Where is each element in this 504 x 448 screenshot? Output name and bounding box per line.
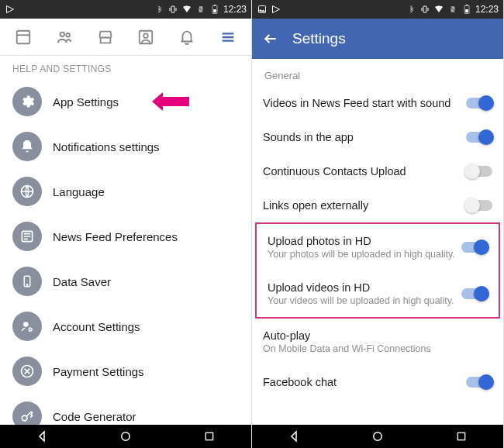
nav-recent-button[interactable]: [200, 427, 219, 446]
settings-header: Settings: [252, 19, 503, 59]
setting-title: Upload videos in HD: [268, 281, 455, 294]
setting-videos-sound[interactable]: Videos in News Feed start with sound: [252, 86, 503, 120]
bluetooth-icon: [406, 4, 416, 15]
section-header: HELP AND SETTINGS: [0, 56, 251, 79]
setting-title: Videos in News Feed start with sound: [263, 97, 460, 109]
back-arrow-icon[interactable]: [263, 31, 278, 47]
menu-label: News Feed Preferences: [53, 230, 178, 243]
phone-icon: [12, 267, 42, 296]
svg-point-17: [22, 415, 27, 421]
wifi-icon: [181, 4, 192, 15]
user-cog-icon: [12, 312, 42, 341]
nav-menu-icon[interactable]: [217, 26, 239, 48]
menu-item-language[interactable]: Language: [0, 169, 251, 214]
android-nav-bar: [252, 425, 503, 448]
battery-icon: [209, 4, 220, 15]
menu-item-payment-settings[interactable]: Payment Settings: [0, 349, 251, 394]
wifi-icon: [433, 4, 444, 15]
toggle-switch[interactable]: [466, 200, 492, 211]
vibrate-icon: [167, 4, 178, 15]
feed-icon: [12, 222, 42, 251]
svg-point-9: [144, 33, 149, 38]
phone-left: 12:23 HELP AND SETTINGS App Settings Not…: [0, 0, 252, 448]
card-icon: [12, 357, 42, 386]
arrow-callout-icon: [152, 91, 189, 112]
svg-point-7: [66, 33, 70, 36]
toggle-switch[interactable]: [466, 166, 492, 177]
setting-auto-play[interactable]: Auto-play On Mobile Data and Wi-Fi Conne…: [252, 319, 503, 365]
setting-title: Continuous Contacts Upload: [263, 165, 460, 177]
svg-rect-27: [457, 432, 464, 439]
setting-links-external[interactable]: Links open externally: [252, 188, 503, 222]
menu-item-data-saver[interactable]: Data Saver: [0, 259, 251, 304]
nav-marketplace-icon[interactable]: [95, 26, 116, 48]
setting-contacts-upload[interactable]: Continuous Contacts Upload: [252, 154, 503, 188]
battery-icon: [461, 4, 472, 15]
settings-menu-list: App Settings Notifications settings Lang…: [0, 79, 251, 448]
svg-point-18: [122, 432, 130, 441]
nav-recent-button[interactable]: [452, 427, 471, 446]
setting-sounds-app[interactable]: Sounds in the app: [252, 120, 503, 154]
setting-subtitle: Your photos will be uploaded in high qua…: [268, 249, 455, 260]
status-bar: 12:23: [252, 0, 503, 19]
android-nav-bar: [0, 425, 251, 448]
nav-home-button[interactable]: [368, 427, 387, 446]
nav-profile-icon[interactable]: [135, 26, 157, 48]
highlight-box: Upload photos in HD Your photos will be …: [255, 222, 500, 319]
svg-rect-0: [171, 6, 174, 12]
svg-rect-25: [466, 5, 468, 5]
menu-item-app-settings[interactable]: App Settings: [0, 79, 251, 124]
svg-point-6: [60, 32, 64, 36]
bell-icon: [12, 132, 42, 161]
svg-rect-19: [205, 432, 212, 439]
setting-title: Sounds in the app: [263, 131, 460, 143]
nav-back-button[interactable]: [285, 427, 303, 446]
globe-icon: [12, 177, 42, 206]
status-time: 12:23: [223, 4, 247, 15]
svg-rect-21: [423, 6, 426, 12]
status-time: 12:23: [475, 4, 499, 15]
setting-facebook-chat[interactable]: Facebook chat: [252, 365, 503, 399]
toggle-switch[interactable]: [466, 132, 492, 143]
nav-home-button[interactable]: [116, 427, 135, 446]
phone-right: 12:23 Settings General Videos in News Fe…: [252, 0, 504, 448]
menu-item-account-settings[interactable]: Account Settings: [0, 304, 251, 349]
menu-label: App Settings: [53, 95, 119, 109]
setting-title: Facebook chat: [263, 376, 460, 388]
nav-notifications-icon[interactable]: [176, 26, 198, 48]
svg-rect-24: [465, 9, 468, 12]
status-bar: 12:23: [0, 0, 251, 19]
setting-title: Auto-play: [263, 329, 492, 342]
play-store-icon: [5, 4, 16, 15]
no-sim-icon: [195, 4, 206, 15]
play-store-icon: [271, 4, 281, 15]
menu-label: Notifications settings: [53, 140, 160, 153]
svg-rect-5: [17, 30, 30, 43]
nav-friends-icon[interactable]: [54, 26, 75, 48]
setting-subtitle: Your videos will be uploaded in high qua…: [268, 295, 455, 306]
svg-rect-3: [213, 9, 216, 12]
menu-item-news-feed-prefs[interactable]: News Feed Preferences: [0, 214, 251, 259]
settings-body: General Videos in News Feed start with s…: [252, 59, 503, 425]
svg-point-14: [23, 322, 29, 327]
image-icon: [257, 4, 268, 15]
svg-point-26: [374, 432, 382, 441]
setting-title: Upload photos in HD: [268, 235, 455, 247]
setting-upload-videos-hd[interactable]: Upload videos in HD Your videos will be …: [257, 271, 499, 317]
menu-label: Code Generator: [53, 410, 136, 423]
toggle-switch[interactable]: [466, 377, 492, 388]
menu-label: Account Settings: [53, 320, 140, 333]
menu-label: Language: [53, 185, 105, 198]
gear-icon: [12, 87, 42, 116]
facebook-top-nav: [0, 19, 251, 56]
setting-title: Links open externally: [263, 199, 460, 212]
toggle-switch[interactable]: [461, 242, 488, 253]
toggle-switch[interactable]: [461, 288, 488, 299]
setting-upload-photos-hd[interactable]: Upload photos in HD Your photos will be …: [257, 224, 499, 271]
toggle-switch[interactable]: [466, 98, 492, 109]
nav-feed-icon[interactable]: [12, 26, 34, 48]
svg-rect-4: [214, 5, 216, 5]
menu-item-notifications[interactable]: Notifications settings: [0, 124, 251, 169]
vibrate-icon: [419, 4, 430, 15]
nav-back-button[interactable]: [33, 427, 51, 446]
